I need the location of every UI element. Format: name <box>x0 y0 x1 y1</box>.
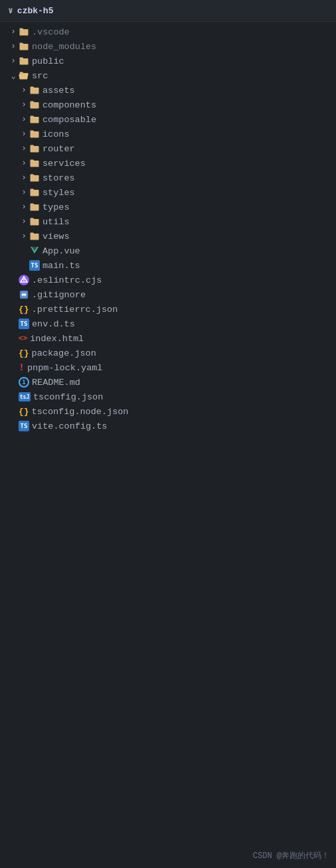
folder-item[interactable]: › public <box>0 54 336 68</box>
collapse-chevron-icon[interactable]: ∨ <box>8 5 13 16</box>
item-label: .gitignore <box>32 290 86 300</box>
item-label: src <box>32 71 48 81</box>
folder-icon <box>19 41 29 52</box>
no-chevron <box>19 246 29 256</box>
folder-item[interactable]: › styles <box>0 185 336 200</box>
chevron-right-icon: › <box>19 129 29 139</box>
folder-icon <box>19 27 29 37</box>
item-label: .eslintrc.cjs <box>32 275 102 285</box>
folder-icon <box>29 187 40 198</box>
folder-item[interactable]: › utils <box>0 214 336 229</box>
item-label: index.html <box>30 334 84 344</box>
explorer-header: ∨ czbk-h5 <box>0 0 336 22</box>
file-item[interactable]: iREADME.md <box>0 375 336 390</box>
item-label: tsconfig.json <box>33 392 103 402</box>
tsconfig-icon: tsJ <box>19 392 31 401</box>
folder-icon <box>29 173 40 183</box>
folder-item[interactable]: › .vscode <box>0 25 336 39</box>
item-label: pnpm-lock.yaml <box>27 363 102 373</box>
file-item[interactable]: tsJtsconfig.json <box>0 390 336 404</box>
no-chevron <box>8 289 19 300</box>
yaml-icon: ! <box>19 363 25 373</box>
file-item[interactable]: !pnpm-lock.yaml <box>0 360 336 375</box>
readme-icon: i <box>19 377 29 388</box>
item-label: views <box>42 232 70 242</box>
folder-item[interactable]: › composable <box>0 112 336 127</box>
folder-item[interactable]: ⌄ src <box>0 68 336 83</box>
no-chevron <box>8 421 19 431</box>
item-label: package.json <box>32 348 96 358</box>
chevron-right-icon: › <box>19 216 29 227</box>
json-icon: {} <box>19 407 29 417</box>
folder-icon <box>29 143 40 154</box>
item-label: main.ts <box>42 261 80 271</box>
folder-item[interactable]: › services <box>0 156 336 171</box>
chevron-right-icon: › <box>19 231 29 242</box>
folder-item[interactable]: › node_modules <box>0 39 336 54</box>
folder-icon <box>19 56 29 66</box>
item-label: services <box>42 159 86 169</box>
no-chevron <box>19 260 29 271</box>
chevron-right-icon: › <box>19 158 29 169</box>
file-item[interactable]: <>index.html <box>0 331 336 346</box>
no-chevron <box>8 304 19 315</box>
item-label: tsconfig.node.json <box>32 407 129 417</box>
no-chevron <box>8 392 19 402</box>
no-chevron <box>8 319 19 329</box>
no-chevron <box>8 333 19 344</box>
git-icon <box>19 289 29 300</box>
item-label: .prettierrc.json <box>32 305 118 315</box>
folder-icon <box>29 85 40 96</box>
item-label: .vscode <box>32 27 70 37</box>
chevron-right-icon: › <box>8 41 19 52</box>
folder-open-icon <box>19 70 29 81</box>
typescript-icon: TS <box>19 421 29 431</box>
item-label: App.vue <box>42 246 80 256</box>
item-label: vite.config.ts <box>32 421 107 431</box>
item-label: components <box>42 100 96 110</box>
item-label: styles <box>42 188 75 198</box>
no-chevron <box>8 377 19 388</box>
folder-item[interactable]: › router <box>0 141 336 156</box>
chevron-right-icon: › <box>19 85 29 96</box>
chevron-right-icon: › <box>19 202 29 212</box>
file-item[interactable]: TSvite.config.ts <box>0 419 336 433</box>
no-chevron <box>8 406 19 417</box>
item-label: README.md <box>32 378 80 388</box>
file-item[interactable]: {}tsconfig.node.json <box>0 404 336 419</box>
item-label: public <box>32 56 64 66</box>
chevron-right-icon: › <box>19 143 29 154</box>
item-label: assets <box>42 86 75 96</box>
chevron-right-icon: › <box>19 100 29 110</box>
file-item[interactable]: App.vue <box>0 244 336 258</box>
folder-item[interactable]: › components <box>0 98 336 112</box>
chevron-right-icon: › <box>19 173 29 183</box>
no-chevron <box>8 348 19 358</box>
folder-item[interactable]: › views <box>0 229 336 244</box>
folder-icon <box>29 216 40 227</box>
folder-icon <box>29 231 40 242</box>
chevron-right-icon: › <box>8 56 19 66</box>
folder-item[interactable]: › assets <box>0 83 336 98</box>
file-item[interactable]: {}.prettierrc.json <box>0 302 336 317</box>
chevron-down-icon: ⌄ <box>8 70 19 81</box>
json-icon: {} <box>19 305 29 315</box>
file-item[interactable]: .gitignore <box>0 287 336 302</box>
file-tree: › .vscode› node_modules› public⌄ src› as… <box>0 22 336 436</box>
typescript-icon: TS <box>29 260 40 271</box>
folder-icon <box>29 114 40 125</box>
folder-item[interactable]: › types <box>0 200 336 214</box>
folder-item[interactable]: › icons <box>0 127 336 141</box>
html-icon: <> <box>19 334 27 342</box>
json-icon: {} <box>19 348 29 358</box>
item-label: router <box>42 144 75 154</box>
folder-icon <box>29 158 40 169</box>
file-item[interactable]: .eslintrc.cjs <box>0 273 336 287</box>
file-item[interactable]: TSenv.d.ts <box>0 317 336 331</box>
folder-item[interactable]: › stores <box>0 171 336 185</box>
file-item[interactable]: TSmain.ts <box>0 258 336 273</box>
item-label: node_modules <box>32 42 96 52</box>
file-item[interactable]: {}package.json <box>0 346 336 360</box>
folder-icon <box>29 100 40 110</box>
item-label: stores <box>42 173 75 183</box>
